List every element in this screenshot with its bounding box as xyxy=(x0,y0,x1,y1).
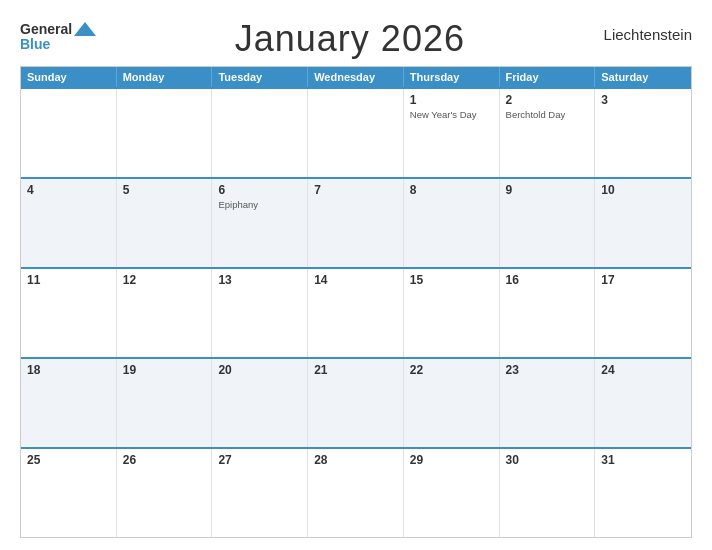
cal-cell: 4 xyxy=(21,179,117,267)
calendar-title: January 2026 xyxy=(96,18,603,60)
cal-cell: 2Berchtold Day xyxy=(500,89,596,177)
day-number: 28 xyxy=(314,453,397,467)
cal-cell: 20 xyxy=(212,359,308,447)
header-day-friday: Friday xyxy=(500,67,596,87)
day-number: 27 xyxy=(218,453,301,467)
day-event: Berchtold Day xyxy=(506,109,589,120)
day-number: 8 xyxy=(410,183,493,197)
header-day-monday: Monday xyxy=(117,67,213,87)
cal-cell: 11 xyxy=(21,269,117,357)
cal-cell xyxy=(21,89,117,177)
cal-cell: 26 xyxy=(117,449,213,537)
cal-cell: 30 xyxy=(500,449,596,537)
day-number: 17 xyxy=(601,273,685,287)
cal-cell: 19 xyxy=(117,359,213,447)
day-number: 23 xyxy=(506,363,589,377)
week-row-5: 25262728293031 xyxy=(21,447,691,537)
cal-cell: 22 xyxy=(404,359,500,447)
day-number: 5 xyxy=(123,183,206,197)
week-row-2: 456Epiphany78910 xyxy=(21,177,691,267)
cal-cell: 24 xyxy=(595,359,691,447)
cal-cell: 18 xyxy=(21,359,117,447)
day-number: 7 xyxy=(314,183,397,197)
calendar-body: 1New Year's Day2Berchtold Day3456Epiphan… xyxy=(21,87,691,537)
cal-cell: 27 xyxy=(212,449,308,537)
day-number: 21 xyxy=(314,363,397,377)
header-day-wednesday: Wednesday xyxy=(308,67,404,87)
day-number: 29 xyxy=(410,453,493,467)
cal-cell: 14 xyxy=(308,269,404,357)
day-event: Epiphany xyxy=(218,199,301,210)
day-number: 24 xyxy=(601,363,685,377)
cal-cell: 9 xyxy=(500,179,596,267)
day-number: 3 xyxy=(601,93,685,107)
calendar-grid: SundayMondayTuesdayWednesdayThursdayFrid… xyxy=(20,66,692,538)
logo-blue-text: Blue xyxy=(20,37,50,52)
day-number: 12 xyxy=(123,273,206,287)
day-number: 1 xyxy=(410,93,493,107)
day-number: 11 xyxy=(27,273,110,287)
header-day-sunday: Sunday xyxy=(21,67,117,87)
header: General Blue January 2026 Liechtenstein xyxy=(20,18,692,60)
cal-cell: 8 xyxy=(404,179,500,267)
cal-cell: 28 xyxy=(308,449,404,537)
day-number: 15 xyxy=(410,273,493,287)
logo: General Blue xyxy=(20,22,96,53)
header-day-thursday: Thursday xyxy=(404,67,500,87)
cal-cell xyxy=(117,89,213,177)
cal-cell: 16 xyxy=(500,269,596,357)
cal-cell: 21 xyxy=(308,359,404,447)
cal-cell: 6Epiphany xyxy=(212,179,308,267)
cal-cell: 7 xyxy=(308,179,404,267)
week-row-4: 18192021222324 xyxy=(21,357,691,447)
day-number: 2 xyxy=(506,93,589,107)
cal-cell: 12 xyxy=(117,269,213,357)
title-block: January 2026 xyxy=(96,18,603,60)
cal-cell: 29 xyxy=(404,449,500,537)
day-number: 6 xyxy=(218,183,301,197)
cal-cell: 10 xyxy=(595,179,691,267)
header-day-tuesday: Tuesday xyxy=(212,67,308,87)
day-number: 10 xyxy=(601,183,685,197)
cal-cell xyxy=(308,89,404,177)
cal-cell: 17 xyxy=(595,269,691,357)
day-number: 13 xyxy=(218,273,301,287)
week-row-1: 1New Year's Day2Berchtold Day3 xyxy=(21,87,691,177)
calendar-page: General Blue January 2026 Liechtenstein … xyxy=(0,0,712,550)
svg-marker-0 xyxy=(74,22,96,36)
day-number: 25 xyxy=(27,453,110,467)
day-number: 22 xyxy=(410,363,493,377)
logo-icon xyxy=(74,22,96,36)
day-number: 26 xyxy=(123,453,206,467)
country-label: Liechtenstein xyxy=(604,26,692,43)
cal-cell: 3 xyxy=(595,89,691,177)
header-day-saturday: Saturday xyxy=(595,67,691,87)
logo-general-text: General xyxy=(20,22,72,37)
week-row-3: 11121314151617 xyxy=(21,267,691,357)
cal-cell xyxy=(212,89,308,177)
cal-cell: 13 xyxy=(212,269,308,357)
day-number: 19 xyxy=(123,363,206,377)
day-number: 9 xyxy=(506,183,589,197)
day-number: 16 xyxy=(506,273,589,287)
cal-cell: 5 xyxy=(117,179,213,267)
cal-cell: 15 xyxy=(404,269,500,357)
day-number: 31 xyxy=(601,453,685,467)
day-number: 4 xyxy=(27,183,110,197)
cal-cell: 23 xyxy=(500,359,596,447)
day-event: New Year's Day xyxy=(410,109,493,120)
day-number: 18 xyxy=(27,363,110,377)
day-number: 20 xyxy=(218,363,301,377)
day-number: 14 xyxy=(314,273,397,287)
cal-cell: 25 xyxy=(21,449,117,537)
cal-cell: 1New Year's Day xyxy=(404,89,500,177)
cal-cell: 31 xyxy=(595,449,691,537)
calendar-header-row: SundayMondayTuesdayWednesdayThursdayFrid… xyxy=(21,67,691,87)
day-number: 30 xyxy=(506,453,589,467)
